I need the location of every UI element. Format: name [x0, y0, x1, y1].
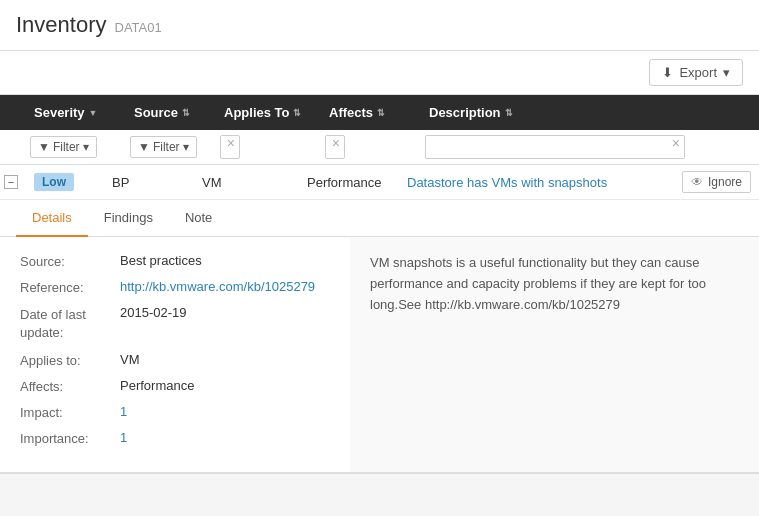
filter-button-source[interactable]: ▼ Filter ▾ [130, 136, 197, 158]
detail-tabs: Details Findings Note [0, 200, 759, 237]
col-header-source[interactable]: Source ⇅ [122, 95, 212, 130]
clear-description[interactable]: × [672, 136, 680, 150]
tab-findings[interactable]: Findings [88, 200, 169, 237]
td-source: BP [100, 167, 190, 198]
severity-badge: Low [34, 173, 74, 191]
detail-reference-label: Reference: [20, 279, 120, 295]
detail-affects-row: Affects: Performance [20, 378, 330, 394]
filter-icon-severity: ▼ [38, 140, 50, 154]
export-button[interactable]: ⬇ Export ▾ [649, 59, 743, 86]
table-header: Severity ▼ Source ⇅ Applies To ⇅ Affects… [0, 95, 759, 130]
detail-applies-to-value: VM [120, 352, 140, 368]
filter-button-severity[interactable]: ▼ Filter ▾ [30, 136, 97, 158]
filter-row: ▼ Filter ▾ ▼ Filter ▾ × × × [0, 130, 759, 165]
filter-icon-source: ▼ [138, 140, 150, 154]
clear-affects[interactable]: × [332, 136, 340, 150]
td-severity: Low [22, 165, 100, 199]
filter-cell-description: × [417, 130, 759, 164]
clear-applies-to[interactable]: × [227, 136, 235, 150]
description-link[interactable]: Datastore has VMs with snapshots [407, 175, 607, 190]
sort-icon-severity: ▼ [89, 108, 98, 118]
detail-applies-to-row: Applies to: VM [20, 352, 330, 368]
expand-cell[interactable]: − [0, 175, 22, 189]
sort-icon-description: ⇅ [505, 108, 513, 118]
filter-input-affects[interactable]: × [325, 135, 345, 159]
detail-reference-row: Reference: http://kb.vmware.com/kb/10252… [20, 279, 330, 295]
filter-cell-severity: ▼ Filter ▾ [22, 131, 122, 163]
ignore-button[interactable]: 👁 Ignore [682, 171, 751, 193]
detail-impact-row: Impact: 1 [20, 404, 330, 420]
td-affects: Performance [295, 167, 395, 198]
col-header-applies-to[interactable]: Applies To ⇅ [212, 95, 317, 130]
detail-applies-to-label: Applies to: [20, 352, 120, 368]
detail-importance-value: 1 [120, 430, 127, 446]
detail-affects-label: Affects: [20, 378, 120, 394]
sort-icon-affects: ⇅ [377, 108, 385, 118]
detail-importance-row: Importance: 1 [20, 430, 330, 446]
detail-source-row: Source: Best practices [20, 253, 330, 269]
table-row: − Low BP VM Performance Datastore has VM… [0, 165, 759, 200]
td-description: Datastore has VMs with snapshots [395, 167, 682, 198]
chevron-down-icon: ▾ [723, 65, 730, 80]
detail-affects-value: Performance [120, 378, 194, 394]
page-title: Inventory [16, 12, 107, 38]
detail-date-value: 2015-02-19 [120, 305, 187, 342]
detail-reference-value[interactable]: http://kb.vmware.com/kb/1025279 [120, 279, 315, 295]
expand-icon[interactable]: − [4, 175, 18, 189]
filter-input-applies-to[interactable]: × [220, 135, 240, 159]
detail-importance-label: Importance: [20, 430, 120, 446]
filter-cell-source: ▼ Filter ▾ [122, 131, 212, 163]
detail-right: VM snapshots is a useful functionality b… [350, 237, 759, 472]
detail-left: Source: Best practices Reference: http:/… [0, 237, 350, 472]
toolbar: ⬇ Export ▾ [0, 51, 759, 95]
tab-note[interactable]: Note [169, 200, 228, 237]
export-icon: ⬇ [662, 65, 673, 80]
filter-cell-affects: × [317, 130, 417, 164]
detail-content: Source: Best practices Reference: http:/… [0, 237, 759, 472]
detail-description-text: VM snapshots is a useful functionality b… [370, 255, 706, 312]
main-table: Severity ▼ Source ⇅ Applies To ⇅ Affects… [0, 95, 759, 474]
page-header: Inventory DATA01 [0, 0, 759, 51]
td-applies-to: VM [190, 167, 295, 198]
filter-input-description[interactable]: × [425, 135, 685, 159]
detail-impact-value: 1 [120, 404, 127, 420]
detail-impact-label: Impact: [20, 404, 120, 420]
page-subtitle: DATA01 [115, 20, 162, 35]
chevron-source: ▾ [183, 140, 189, 154]
sort-icon-source: ⇅ [182, 108, 190, 118]
detail-date-label: Date of last update: [20, 305, 120, 342]
detail-date-row: Date of last update: 2015-02-19 [20, 305, 330, 342]
eye-icon: 👁 [691, 175, 703, 189]
tab-details[interactable]: Details [16, 200, 88, 237]
col-header-description[interactable]: Description ⇅ [417, 95, 759, 130]
col-header-affects[interactable]: Affects ⇅ [317, 95, 417, 130]
col-header-severity[interactable]: Severity ▼ [22, 95, 122, 130]
chevron-severity: ▾ [83, 140, 89, 154]
detail-area: Details Findings Note Source: Best pract… [0, 200, 759, 474]
filter-cell-applies-to: × [212, 130, 317, 164]
detail-source-value: Best practices [120, 253, 202, 269]
detail-source-label: Source: [20, 253, 120, 269]
sort-icon-applies-to: ⇅ [293, 108, 301, 118]
